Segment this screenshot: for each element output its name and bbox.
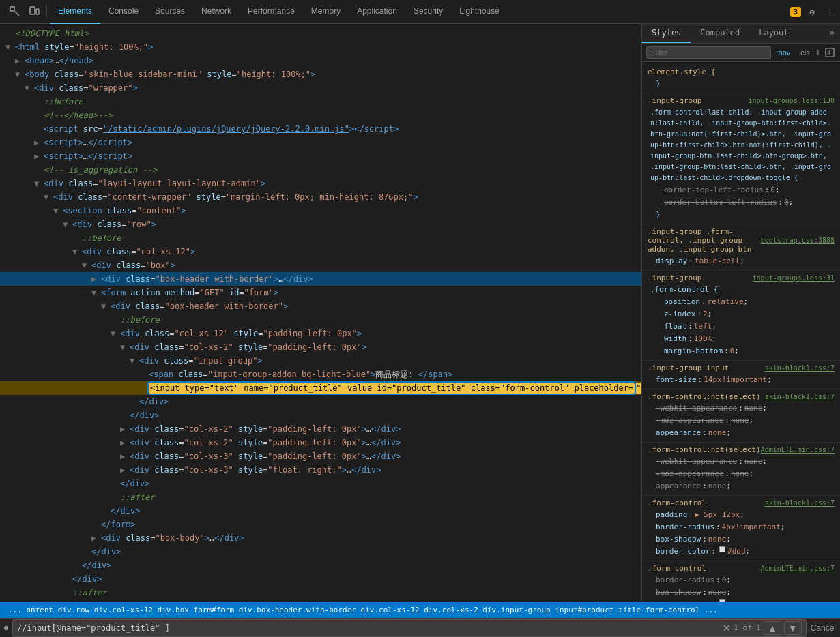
dom-line-span-addon[interactable]: <span class="input-group-addon bg-light-…	[0, 368, 641, 381]
breadcrumb[interactable]: ... ontent div.row div.col-xs-12 div.box…	[5, 606, 721, 614]
style-rule-form-control-not-select-1: .form-control:not(select) skin-black1.cs…	[642, 389, 840, 443]
settings-icon[interactable]: ⚙	[807, 7, 817, 17]
rule-source-bootstrap-3888[interactable]: bootstrap.css:3888	[761, 237, 835, 244]
dom-line-col-xs-12-outer[interactable]: ▼ <div class="col-xs-12">	[0, 245, 641, 258]
dom-line-layui[interactable]: ▼ <div class="layui-layout layui-layout-…	[0, 177, 641, 190]
tab-lighthouse[interactable]: Lighthouse	[451, 0, 508, 24]
dom-line-col-xs-2-first[interactable]: ▼ <div class="col-xs-2" style="padding-l…	[0, 340, 641, 354]
add-rule-button[interactable]: +	[815, 47, 821, 58]
dom-scroll-area[interactable]: <!DOCTYPE html> ▼ <html style="height: 1…	[0, 24, 641, 602]
styles-content: element.style { } .input-group input-gro…	[642, 62, 840, 602]
rule-selector-form-control-not-select-1: .form-control:not(select) skin-black1.cs…	[648, 392, 835, 401]
tab-layout[interactable]: Layout	[749, 24, 798, 43]
dom-line-form[interactable]: ▼ <form action method="GET" id="form">	[0, 286, 641, 299]
style-rule-form-control-skin: .form-control skin-black1.css:7 padding:…	[642, 496, 840, 561]
svg-rect-2	[36, 9, 39, 14]
filter-hov-button[interactable]: :hov	[774, 47, 794, 58]
rule-prop-form-control-nested: .form-control {	[648, 284, 835, 296]
rule-prop-border-bottom-left: border-bottom-left-radius: 0;	[648, 196, 835, 209]
rule-selector-input-group-input: .input-group input skin-black1.css:7	[648, 364, 835, 372]
inspect-element-button[interactable]	[8, 5, 22, 18]
dom-line-input-group[interactable]: ▼ <div class="input-group">	[0, 354, 641, 368]
dom-line-col-xs-2-c[interactable]: ▶ <div class="col-xs-2" style="padding-l…	[0, 436, 641, 449]
rule-selector-element: element.style {	[648, 68, 835, 76]
tab-network[interactable]: Network	[193, 0, 240, 24]
search-input-area: ✕ 1 of 1 ▲ ▼	[12, 619, 807, 637]
dom-line-content-wrapper[interactable]: ▼ <div class="content-wrapper" style="ma…	[0, 190, 641, 204]
dom-line-script2[interactable]: ▶ <script>…</script>	[0, 149, 641, 163]
search-input[interactable]	[17, 623, 720, 633]
more-options-icon[interactable]: ⋮	[823, 7, 837, 17]
styles-panel: Styles Computed Layout » :hov .cls + 4 e…	[642, 24, 840, 602]
devtools-tab-bar: Elements Console Sources Network Perform…	[0, 0, 840, 24]
tab-security[interactable]: Security	[405, 0, 451, 24]
dom-line-close-form: </form>	[0, 518, 641, 531]
dom-line-col-xs-3-a[interactable]: ▶ <div class="col-xs-3" style="padding-l…	[0, 449, 641, 463]
new-rule-button[interactable]: 4	[824, 46, 836, 59]
dom-line-close-row: </div>	[0, 599, 641, 602]
dom-line-section[interactable]: ▼ <section class="content">	[0, 204, 641, 218]
rule-property-close: }	[648, 78, 835, 90]
search-bar: ✕ 1 of 1 ▲ ▼ Cancel	[0, 618, 840, 637]
rule-prop-margin-bottom: margin-bottom: 0;	[648, 345, 835, 357]
tab-performance[interactable]: Performance	[240, 0, 303, 24]
rule-prop-moz-appearance-1: -moz-appearance: none;	[648, 415, 835, 427]
search-cancel-button[interactable]: Cancel	[811, 623, 836, 633]
rule-source-input-groups-31[interactable]: input-groups.less:31	[753, 274, 835, 282]
dom-line-script-jquery[interactable]: <script src="/static/admin/plugins/jQuer…	[0, 122, 641, 136]
dom-line-close-div2: </div>	[0, 409, 641, 422]
tab-sources[interactable]: Sources	[147, 0, 193, 24]
dom-line-col-xs-3-b[interactable]: ▶ <div class="col-xs-3" style="float: ri…	[0, 463, 641, 477]
tab-memory[interactable]: Memory	[303, 0, 349, 24]
dom-line-box-header[interactable]: ▶ <div class="box-header with-border">…<…	[0, 272, 641, 286]
breadcrumb-bar: ... ontent div.row div.col-xs-12 div.box…	[0, 602, 840, 618]
filter-cls-button[interactable]: .cls	[796, 47, 813, 58]
rule-source-skin-black1-7b[interactable]: skin-black1.css:7	[765, 393, 835, 400]
dom-line-box-body[interactable]: ▶ <div class="box-body">…</div>	[0, 531, 641, 545]
rule-prop-float: float: left;	[648, 321, 835, 333]
dom-line-before2: ::before	[0, 231, 641, 245]
dom-line-box-header2[interactable]: ▼ <div class="box-header with-border">	[0, 299, 641, 313]
styles-tab-more-icon[interactable]: »	[824, 24, 840, 43]
tab-elements[interactable]: Elements	[50, 0, 100, 24]
dom-line-html[interactable]: ▼ <html style="height: 100%;">	[0, 40, 641, 54]
rule-prop-appearance-2: appearance: none;	[648, 480, 835, 492]
dom-line-col-xs-12[interactable]: ▼ <div class="col-xs-12" style="padding-…	[0, 327, 641, 340]
device-toggle-button[interactable]	[27, 5, 41, 18]
search-next-button[interactable]: ▼	[784, 621, 802, 635]
filter-input[interactable]	[646, 46, 771, 59]
rule-source-skin-black1-7a[interactable]: skin-black1.css:7	[765, 364, 835, 372]
rule-prop-border-radius-adminlte: border-radius: 0;	[648, 574, 835, 587]
rule-prop-border-top-left: border-top-left-radius: 0;	[648, 184, 835, 196]
tab-computed[interactable]: Computed	[691, 24, 749, 43]
dom-line-doctype: <!DOCTYPE html>	[0, 27, 641, 40]
dom-line-head[interactable]: ▶ <head>…</head>	[0, 54, 641, 68]
rule-source-skin-black1-7c[interactable]: skin-black1.css:7	[765, 499, 835, 507]
rule-selector-input-group-31: .input-group input-groups.less:31	[648, 273, 835, 282]
styles-tab-bar: Styles Computed Layout »	[642, 24, 840, 44]
rule-selector-form-control-not-select-2: .form-control:not(select) AdminLTE.min.c…	[648, 445, 835, 454]
dom-line-close-div3: </div>	[0, 477, 641, 490]
dom-line-body[interactable]: ▼ <body class="skin-blue sidebar-mini" s…	[0, 68, 641, 81]
search-clear-button[interactable]: ✕	[723, 623, 731, 634]
rule-source-adminlte-7a[interactable]: AdminLTE.min.css:7	[761, 446, 835, 454]
style-rule-form-control-adminlte: .form-control AdminLTE.min.css:7 border-…	[642, 561, 840, 602]
dom-line-row[interactable]: ▼ <div class="row">	[0, 218, 641, 231]
search-dot-icon	[4, 626, 8, 630]
search-prev-button[interactable]: ▲	[764, 621, 781, 635]
dom-line-input-product[interactable]: ​ <input type="text" name="product_title…	[0, 381, 641, 395]
rule-selector-form-control-table: .input-group .form-control, .input-group…	[648, 227, 835, 254]
warning-badge[interactable]: 3	[790, 7, 802, 17]
dom-line-box[interactable]: ▼ <div class="box">	[0, 258, 641, 272]
tab-application[interactable]: Application	[349, 0, 405, 24]
dom-line-col-xs-2-b[interactable]: ▶ <div class="col-xs-2" style="padding-l…	[0, 422, 641, 436]
rule-source-adminlte-7b[interactable]: AdminLTE.min.css:7	[761, 565, 835, 572]
dom-tree: <!DOCTYPE html> ▼ <html style="height: 1…	[0, 24, 641, 602]
tab-styles[interactable]: Styles	[642, 24, 691, 43]
rule-source-input-groups-130[interactable]: input-groups.less:130	[749, 97, 835, 104]
dom-line-wrapper[interactable]: ▼ <div class="wrapper">	[0, 81, 641, 95]
tab-console[interactable]: Console	[100, 0, 147, 24]
rule-prop-border-color-skin: border-color: #ddd;	[648, 546, 835, 558]
rule-prop-z-index: z-index: 2;	[648, 308, 835, 321]
dom-line-script1[interactable]: ▶ <script>…</script>	[0, 136, 641, 149]
